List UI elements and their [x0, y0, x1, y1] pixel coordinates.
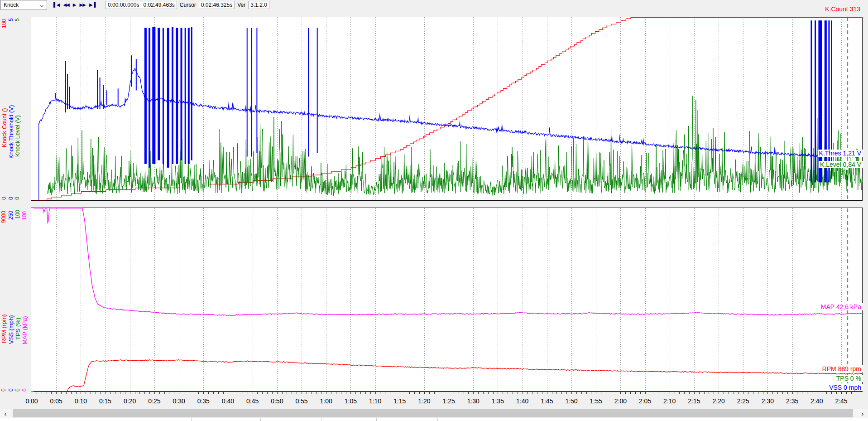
klevel-value-label: K.Level 0,84 V	[819, 161, 863, 168]
knock-count-axis-name: Knock Count ()	[1, 108, 8, 147]
knock-level-axis-name: Knock Level (V)	[14, 115, 21, 157]
time-tick-label: 1:40	[516, 397, 528, 405]
log-start-time: 0:00:00.000s	[106, 1, 141, 9]
knock-threshold-axis-name: Knock Threshold (V)	[8, 105, 14, 159]
rpm-axis-max: 9000	[1, 211, 7, 223]
time-tick-label: 2:25	[737, 397, 749, 405]
time-tick-label: 1:20	[418, 397, 430, 405]
skip-end-icon: ▶▐	[89, 2, 95, 7]
channel-select-value: Knock	[1, 2, 19, 8]
rpm-axis-min: 0	[1, 388, 7, 392]
scrollbar-thumb[interactable]	[13, 409, 853, 417]
time-tick-label: 1:45	[541, 397, 553, 405]
time-tick-label: 0:05	[50, 397, 62, 405]
skip-start-icon: ▌◀	[53, 2, 59, 7]
tps-axis-name: TPS (%)	[15, 318, 21, 340]
time-tick-label: 0:20	[124, 397, 136, 405]
time-tick-label: 1:50	[565, 397, 577, 405]
rewind-icon: ◀◀	[63, 2, 69, 7]
engine-chart-canvas[interactable]	[31, 208, 863, 395]
time-tick-label: 1:10	[369, 397, 381, 405]
horizontal-scrollbar: ‹ ›	[0, 409, 868, 418]
play-icon: ▶	[73, 2, 76, 7]
time-tick-label: 0:55	[295, 397, 307, 405]
tps-value-label: TPS 0 %	[835, 375, 863, 382]
time-tick-label: 2:40	[810, 397, 823, 405]
time-tick-label: 1:05	[345, 397, 357, 405]
time-tick-label: 0:25	[148, 397, 160, 405]
chevron-down-icon	[40, 3, 43, 7]
time-tick-label: 0:00	[25, 397, 38, 405]
status-separator	[437, 418, 438, 421]
time-tick-label: 0:30	[173, 397, 185, 405]
vss-axis-name: VSS (mph)	[8, 315, 14, 344]
log-viewer-app: { "toolbar": { "channel_select": {"value…	[0, 0, 868, 421]
time-tick-label: 2:00	[614, 397, 627, 405]
kthres-value-label: K.Thres 1,21 V	[818, 150, 863, 157]
vss-axis-min: 0	[8, 388, 14, 392]
time-tick-label: 0:15	[99, 397, 111, 405]
skip-start-button[interactable]: ▌◀	[52, 1, 61, 9]
map-axis-max: 100	[22, 211, 28, 220]
status-row: Prime + crank + afterstart 0:00:14	[0, 418, 868, 421]
time-tick-label: 2:35	[786, 397, 798, 405]
knock-level-axis-max: 5	[14, 18, 20, 21]
time-tick-label: 1:30	[467, 397, 480, 405]
scroll-right-icon: ›	[862, 410, 864, 417]
knock-threshold-axis-min: 0	[8, 197, 14, 200]
map-value-label: MAP 42,6 kPa	[820, 303, 863, 310]
time-tick-label: 0:50	[271, 397, 283, 405]
time-tick-label: 0:10	[75, 397, 87, 405]
status-separator	[260, 418, 261, 421]
time-display-bar: 0:00:00.000s 0:02:49.463s Cursor 0:02:46…	[106, 1, 269, 9]
knock-threshold-axis-max: 5	[8, 18, 14, 21]
transport-controls: ▌◀ ◀◀ ▶ ▶▶ ▶▐	[52, 0, 97, 10]
time-tick-label: 2:30	[762, 397, 774, 405]
knock-count-axis-min: 0	[1, 197, 7, 200]
time-axis: 0:000:050:100:150:200:250:300:350:400:45…	[0, 397, 868, 406]
vss-axis-max: 250	[8, 211, 14, 220]
status-separator	[191, 418, 192, 421]
toolbar: Knock ▌◀ ◀◀ ▶ ▶▶ ▶▐ 0:00:00.000s 0:02:49…	[0, 0, 868, 10]
map-axis-name: MAP (kPa)	[22, 316, 28, 344]
time-tick-label: 0:35	[197, 397, 210, 405]
time-tick-label: 0:45	[246, 397, 259, 405]
time-tick-label: 1:00	[320, 397, 332, 405]
time-tick-label: 2:15	[688, 397, 700, 405]
vss-value-label: VSS 0 mph	[828, 384, 863, 391]
skip-end-button[interactable]: ▶▐	[87, 1, 97, 9]
time-tick-label: 2:05	[639, 397, 651, 405]
knock-chart-canvas[interactable]	[31, 17, 863, 201]
fast-forward-icon: ▶▶	[79, 2, 85, 7]
knock-count-axis-max: 100	[1, 19, 7, 28]
rewind-button[interactable]: ◀◀	[61, 1, 71, 9]
time-tick-label: 0:40	[222, 397, 234, 405]
scroll-left-button[interactable]: ‹	[0, 409, 11, 418]
status-separator	[321, 418, 321, 421]
channel-select[interactable]: Knock	[0, 0, 47, 10]
cursor-label: Cursor	[177, 2, 199, 8]
version-label: Ver	[235, 2, 248, 8]
status-separator	[376, 418, 377, 421]
time-tick-label: 2:20	[712, 397, 724, 405]
scroll-left-icon: ‹	[5, 410, 7, 417]
kcount-value-label: K.Count 313	[824, 5, 862, 13]
scroll-right-button[interactable]: ›	[857, 409, 868, 418]
time-tick-label: 1:25	[442, 397, 455, 405]
fast-forward-button[interactable]: ▶▶	[77, 1, 87, 9]
log-end-time: 0:02:49.463s	[141, 1, 177, 9]
cursor-time: 0:02:46.325s	[199, 1, 235, 9]
time-tick-label: 2:10	[663, 397, 676, 405]
rpm-value-label: RPM 889 rpm	[821, 365, 863, 373]
map-axis-min: 0	[22, 388, 28, 392]
play-button[interactable]: ▶	[71, 1, 78, 9]
knock-level-axis-min: 0	[14, 197, 20, 200]
time-tick-label: 1:15	[393, 397, 406, 405]
time-tick-label: 1:55	[590, 397, 602, 405]
version-value: 3.1.2.0	[248, 1, 269, 9]
time-tick-label: 2:45	[835, 397, 847, 405]
tps-axis-max: 100	[15, 210, 21, 219]
rpm-axis-name: RPM (rpm)	[1, 314, 7, 343]
tps-axis-min: 0	[15, 388, 21, 392]
time-tick-label: 1:35	[492, 397, 504, 405]
